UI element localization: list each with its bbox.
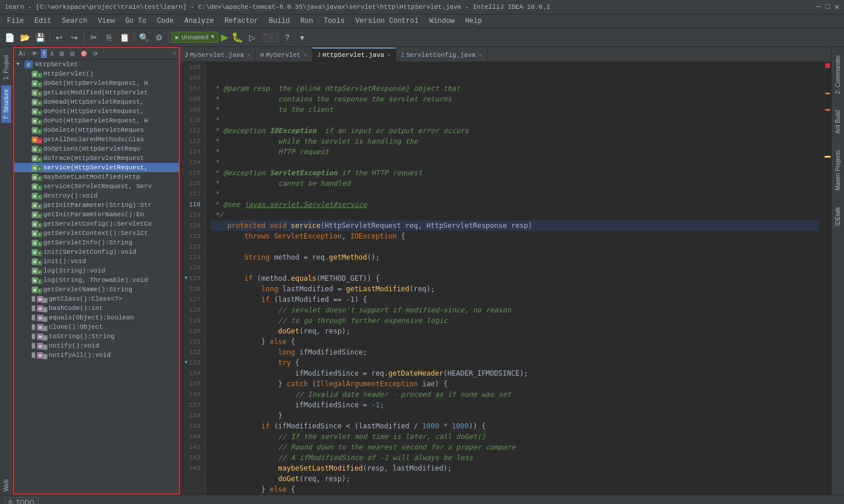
tree-icon-wrapper-3: m+ — [32, 88, 42, 97]
commander-tool-tab[interactable]: 2: Commander — [833, 52, 843, 97]
maximize-button[interactable]: □ — [825, 2, 830, 12]
run-button[interactable]: ▶ — [220, 32, 229, 43]
run-config-dropdown-icon[interactable]: ▼ — [211, 34, 215, 40]
new-file-button[interactable]: 📄 — [2, 30, 16, 45]
tab-servletconfig-java[interactable]: I ServletConfig.java ✕ — [396, 47, 488, 62]
tab-myservlet[interactable]: ⚙ MyServlet ✕ — [256, 47, 312, 62]
tree-node-httpservlet[interactable]: ▼ C HttpServlet — [14, 60, 179, 69]
tree-node-13[interactable]: m+service(ServletRequest, Serv — [14, 182, 179, 191]
tree-node-25[interactable]: ↑m↑getClass():Class<?> — [14, 294, 179, 304]
web-tool-tab[interactable]: Web — [1, 476, 11, 495]
redo-button[interactable]: ↪ — [67, 30, 81, 45]
maven-tool-tab[interactable]: Maven Projects — [833, 147, 843, 194]
menu-item-view[interactable]: View — [93, 16, 120, 26]
tree-node-14[interactable]: m+destroy():void — [14, 191, 179, 200]
tree-node-12[interactable]: m+maybeSetLastModified(Http — [14, 172, 179, 182]
menu-item-tools[interactable]: Tools — [319, 16, 349, 26]
close-button[interactable]: ✕ — [835, 2, 839, 12]
tree-node-7[interactable]: m+doDelete(HttpServletReques — [14, 125, 179, 135]
menu-item-edit[interactable]: Edit — [30, 16, 56, 26]
open-button[interactable]: 📂 — [18, 30, 32, 45]
ant-build-tool-tab[interactable]: Ant Build — [833, 107, 843, 137]
tree-node-5[interactable]: m+doPost(HttpServletRequest, — [14, 107, 179, 116]
tree-node-1[interactable]: m+HttpServlet() — [14, 69, 179, 79]
menu-item-run[interactable]: Run — [296, 16, 318, 26]
tab-close-servletconfig[interactable]: ✕ — [478, 52, 482, 59]
tree-node-30[interactable]: ↑m↑notify():void — [14, 341, 179, 350]
tree-node-27[interactable]: ↑m↑equals(Object):boolean — [14, 313, 179, 322]
structure-fields-btn[interactable]: f — [41, 49, 47, 58]
tree-node-18[interactable]: m+getServletContext():ServlCt — [14, 229, 179, 238]
help-button[interactable]: ? — [280, 30, 294, 45]
tree-node-4[interactable]: m+doHead(HttpServletRequest, — [14, 97, 179, 107]
tree-node-6[interactable]: m+doPut(HttpServletRequest, H — [14, 116, 179, 125]
tab-httpservlet-java[interactable]: J HttpServlet.java ✕ — [312, 47, 396, 62]
tree-node-26[interactable]: ↑m↑hashCode():int — [14, 304, 179, 313]
find-button[interactable]: 🔍 — [137, 30, 151, 45]
structure-expand-btn[interactable]: ⊞ — [57, 49, 66, 58]
tree-node-15[interactable]: m+getInitParameter(String):Str — [14, 200, 179, 210]
menu-item-analyze[interactable]: Analyze — [179, 16, 218, 26]
run2-button[interactable]: ▷ — [246, 30, 260, 45]
structure-settings-icon[interactable]: ≡ — [173, 50, 176, 57]
tree-node-23[interactable]: m+log(String, Throwable):void — [14, 275, 179, 285]
menu-item-search[interactable]: Search — [57, 16, 92, 26]
tree-node-31[interactable]: ↑m↑notifyAll():void — [14, 350, 179, 360]
fold-icon-133[interactable]: ▼ — [185, 357, 188, 368]
more-button[interactable]: ▾ — [295, 30, 309, 45]
stop-button[interactable]: ⬛ — [261, 30, 275, 45]
token: ( — [312, 380, 316, 388]
tree-icon-wrapper-13: m+ — [32, 182, 42, 190]
save-button[interactable]: 💾 — [33, 30, 47, 45]
tree-node-24[interactable]: m+getServletName():String — [14, 285, 179, 294]
tab-myservlet-java[interactable]: J MyServlet.java ✕ — [180, 47, 256, 62]
structure-tool-tab[interactable]: 7: Structure — [1, 86, 11, 123]
tree-node-16[interactable]: m+getInitParameterNames():En — [14, 210, 179, 219]
structure-anon-btn[interactable]: λ — [48, 49, 56, 58]
menu-item-help[interactable]: Help — [460, 16, 486, 26]
menu-item-build[interactable]: Build — [264, 16, 295, 26]
minimize-button[interactable]: ─ — [816, 2, 821, 12]
fold-icon-125[interactable]: ▼ — [185, 273, 188, 284]
run-config-selector[interactable]: ▶ Unnamed ▼ — [171, 32, 219, 43]
debug-button[interactable]: 🐛 — [230, 32, 244, 43]
tree-node-20[interactable]: m+init(ServletConfig):void — [14, 247, 179, 257]
structure-locate-btn[interactable]: 🎯 — [78, 49, 90, 58]
tree-node-11[interactable]: m+service(HttpServletRequest, — [14, 163, 179, 172]
tree-node-17[interactable]: m+getServletConfig():ServletCo — [14, 219, 179, 229]
menu-item-window[interactable]: Window — [424, 16, 459, 26]
tree-node-19[interactable]: m+getServletInfo():String — [14, 238, 179, 247]
menu-item-file[interactable]: File — [2, 16, 29, 26]
tab-close-myservlet-java[interactable]: ✕ — [247, 52, 250, 59]
menu-item-version-control[interactable]: Version Control — [350, 16, 423, 26]
menu-item-code[interactable]: Code — [152, 16, 179, 26]
structure-sort-visibility-btn[interactable]: 👁 — [29, 49, 40, 58]
copy-button[interactable]: ⎘ — [102, 30, 116, 45]
tree-node-28[interactable]: ↑m↑clone():Object — [14, 322, 179, 332]
idetalk-tool-tab[interactable]: IDEtalk — [833, 203, 843, 229]
tree-node-10[interactable]: m+doTrace(HttpServletRequest — [14, 154, 179, 163]
todo-button[interactable]: 6: TODO — [5, 498, 39, 505]
cut-button[interactable]: ✂ — [87, 30, 101, 45]
tree-label-9: doOptions(HttpServletRequ — [43, 145, 140, 152]
structure-collapse-btn[interactable]: ⊟ — [67, 49, 77, 58]
tree-node-9[interactable]: m+doOptions(HttpServletRequ — [14, 144, 179, 154]
paste-button[interactable]: 📋 — [117, 30, 131, 45]
find2-button[interactable]: ⚙ — [152, 30, 166, 45]
tree-node-21[interactable]: m+init():void — [14, 257, 179, 266]
undo-button[interactable]: ↩ — [52, 30, 66, 45]
tab-close-myservlet[interactable]: ✕ — [304, 52, 307, 59]
code-line-123: if (method.equals(METHOD_GET)) { — [210, 273, 819, 284]
tree-node-29[interactable]: ↑m↑toString():String — [14, 332, 179, 341]
menu-item-go-to[interactable]: Go To — [121, 16, 151, 26]
tab-close-httpservlet-java[interactable]: ✕ — [387, 52, 391, 59]
structure-autoscroll-btn[interactable]: ⟳ — [91, 49, 100, 58]
tree-node-22[interactable]: m+log(String):void — [14, 266, 179, 275]
structure-sort-alpha-btn[interactable]: A↕ — [16, 49, 28, 58]
project-tool-tab[interactable]: 1: Project — [1, 52, 11, 83]
tree-node-3[interactable]: m+getLastModified(HttpServlet — [14, 88, 179, 97]
menu-item-refactor[interactable]: Refactor — [220, 16, 263, 26]
tree-node-8[interactable]: m-getAllDeclaredMethods(Clas — [14, 135, 179, 144]
code-editor[interactable]: * @param resp the {@link HttpServletResp… — [206, 62, 824, 495]
tree-node-2[interactable]: m+doGet(HttpServletRequest, H — [14, 79, 179, 88]
